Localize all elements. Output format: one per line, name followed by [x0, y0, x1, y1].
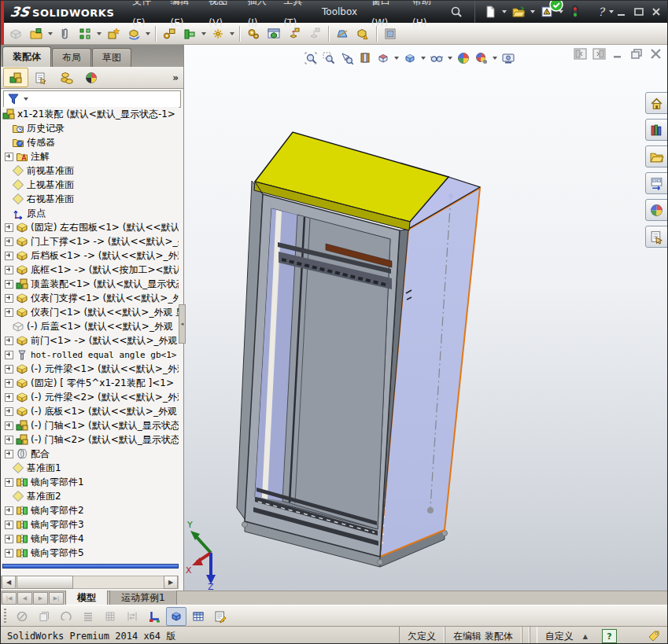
tab-布局[interactable]: 布局	[52, 48, 91, 67]
tree-filter-bar[interactable]	[3, 90, 181, 108]
display-style-caret[interactable]	[421, 57, 426, 60]
doc-minimize-button[interactable]	[611, 48, 625, 60]
insert-components-browse-icon[interactable]	[27, 25, 46, 42]
design-binder-icon[interactable]	[210, 607, 231, 626]
collapse-left-pane-icon[interactable]	[574, 48, 587, 60]
tree-item[interactable]: 仪表门支撑<1> (默认<<默认>_外观	[1, 291, 179, 305]
menu-item[interactable]: 编辑(E)	[164, 0, 202, 34]
filter-caret[interactable]	[24, 98, 28, 101]
zoom-area-icon[interactable]	[320, 50, 338, 67]
expand-toggle[interactable]	[5, 421, 13, 430]
tag-icon[interactable]	[647, 629, 661, 643]
toolbar-drag-handle[interactable]	[4, 609, 6, 624]
table-view-icon[interactable]	[188, 607, 209, 626]
appearances-tab[interactable]	[645, 199, 668, 221]
tree-item[interactable]: 镜向零部件1	[1, 475, 179, 489]
smart-fasteners-icon[interactable]	[104, 25, 123, 42]
expand-toggle[interactable]	[5, 393, 13, 402]
expand-toggle[interactable]	[5, 280, 13, 289]
component-pattern-caret[interactable]	[97, 32, 101, 35]
tree-item[interactable]: (固定) [ 零件5^x1-21装配 ]<1>	[1, 376, 179, 390]
tree-item[interactable]: 镜向零部件5	[1, 546, 179, 560]
tree-item[interactable]: 仪表门<1> (默认<<默认>_外观 显	[1, 305, 179, 319]
menu-item[interactable]: Toolbox	[315, 1, 364, 23]
tree-item[interactable]: 镜向零部件2	[1, 503, 179, 517]
expand-toggle[interactable]	[5, 478, 13, 487]
tree-item[interactable]: 基准面1	[1, 461, 179, 475]
doc-close-button[interactable]	[649, 48, 662, 60]
tree-item[interactable]: 上视基准面	[1, 178, 179, 192]
menu-item[interactable]: 帮助(H)	[405, 0, 445, 34]
help-menu[interactable]: ?	[595, 5, 615, 19]
view-orientation-caret[interactable]	[394, 57, 399, 60]
tab-装配体[interactable]: 装配体	[2, 46, 51, 67]
tree-horizontal-scrollbar[interactable]: ◀ ▶	[1, 576, 179, 589]
expand-toggle[interactable]	[5, 535, 13, 543]
hide-show-items-caret[interactable]	[448, 57, 452, 60]
tree-item[interactable]: 传感器	[1, 135, 179, 149]
propertymanager-tab[interactable]	[28, 68, 54, 87]
tree-item[interactable]: 基准面2	[1, 489, 179, 503]
expand-toggle[interactable]	[5, 237, 13, 246]
view-palette-tab[interactable]	[645, 172, 668, 194]
tab-草图[interactable]: 草图	[92, 48, 131, 67]
menu-item[interactable]: 视图(V)	[201, 0, 240, 34]
axes-icon[interactable]	[144, 607, 164, 626]
close-button[interactable]	[650, 6, 662, 18]
view-settings-caret[interactable]	[493, 57, 497, 60]
rollback-bar[interactable]	[2, 564, 179, 569]
tree-item[interactable]: 注解	[1, 149, 179, 164]
tree-item[interactable]: x1-21装配 (默认<默认_显示状态-1>	[1, 107, 179, 121]
menu-item[interactable]: 窗口(W)	[364, 0, 405, 34]
tree-item[interactable]: hot-rolled equal angle gb<1> (	[1, 348, 179, 362]
doc-tab-模型[interactable]: 模型	[65, 590, 108, 605]
tab-last-button[interactable]: ▶|	[49, 592, 64, 605]
help-caret[interactable]	[609, 10, 614, 13]
zoom-to-selection-icon[interactable]	[338, 50, 356, 67]
expand-toggle[interactable]	[5, 252, 13, 260]
tree-item[interactable]: 门上下撑<1> -> (默认<<默认>_外	[1, 234, 179, 248]
menu-item[interactable]: 文件(F)	[125, 0, 163, 34]
section-view-icon[interactable]	[333, 25, 352, 42]
dimxpert-tab[interactable]	[79, 68, 104, 87]
featuremanager-tab[interactable]	[3, 68, 28, 87]
tree-item[interactable]: 前门<1> -> (默认<<默认>_外观 显	[1, 333, 179, 348]
custom-properties-tab[interactable]	[645, 226, 668, 248]
traffic-light-icon[interactable]	[567, 1, 584, 23]
expand-toggle[interactable]	[5, 223, 13, 232]
graphics-viewport[interactable]: Y X Z	[184, 45, 668, 591]
expand-toggle[interactable]	[5, 337, 13, 345]
expand-toggle[interactable]	[5, 365, 13, 374]
mate-icon[interactable]	[55, 25, 74, 42]
expand-toggle[interactable]	[5, 436, 13, 444]
tree-item[interactable]: 前视基准面	[1, 164, 179, 178]
expand-toggle[interactable]	[5, 521, 13, 529]
panel-expand-chevron[interactable]: »	[172, 72, 177, 83]
search-icon[interactable]	[449, 5, 463, 19]
section-view-icon[interactable]	[356, 50, 374, 67]
tree-item[interactable]: (-) 门轴<1> (默认<默认_显示状态	[1, 418, 179, 432]
home-tab[interactable]	[645, 92, 668, 114]
expand-toggle[interactable]	[5, 549, 13, 558]
status-help-button[interactable]: ?	[602, 629, 617, 643]
scroll-left-button[interactable]: ◀	[2, 576, 16, 589]
tree-item[interactable]: (-) 元件梁<2> (默认<<默认>_外观	[1, 390, 179, 404]
doc-restore-button[interactable]	[630, 48, 644, 60]
expand-toggle[interactable]	[5, 506, 13, 515]
expand-toggle[interactable]	[5, 294, 13, 303]
apply-scene-icon[interactable]	[455, 50, 472, 67]
new-document-caret[interactable]	[502, 10, 507, 13]
view-settings-icon[interactable]	[473, 50, 490, 67]
tree-item[interactable]: (-) 元件梁<1> (默认<<默认>_外观	[1, 362, 179, 376]
expand-toggle[interactable]	[5, 407, 13, 416]
new-document-button[interactable]	[482, 1, 499, 23]
tree-item[interactable]: 配合	[1, 447, 179, 461]
cabinet-assembly-model[interactable]: Y X Z	[184, 45, 668, 591]
tree-item[interactable]: 历史记录	[1, 121, 179, 135]
open-document-button[interactable]	[510, 1, 527, 23]
view-orientation-icon[interactable]	[375, 50, 392, 67]
camera-icon[interactable]	[500, 50, 517, 67]
tree-item[interactable]: (-) 后盖<1> (默认<<默认>_外观	[1, 319, 179, 333]
tree-item[interactable]: 底框<1> -> (默认<按加工><默认	[1, 263, 179, 277]
doc-tab-运动算例1[interactable]: 运动算例1	[109, 590, 177, 605]
